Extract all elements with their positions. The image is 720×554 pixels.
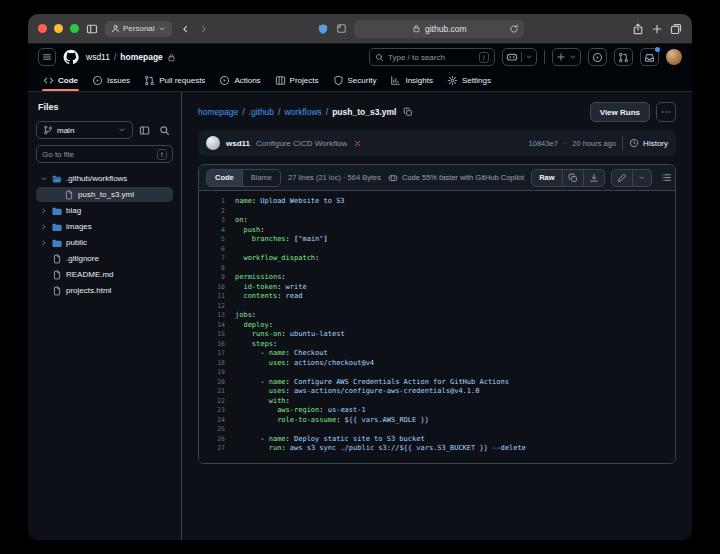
share-icon[interactable] <box>632 23 644 35</box>
line-number[interactable]: 5 <box>199 235 235 245</box>
zoom-window-button[interactable] <box>70 24 79 33</box>
tree-item-public[interactable]: public <box>36 235 173 250</box>
commit-hash[interactable]: 10843e7 <box>529 139 558 148</box>
chevron-right-icon[interactable] <box>40 207 48 215</box>
commit-author[interactable]: wsd11 <box>226 139 250 148</box>
create-new-button[interactable] <box>552 48 581 66</box>
tree-item-images[interactable]: images <box>36 219 173 234</box>
line-number[interactable]: 10 <box>199 283 235 293</box>
line-number[interactable]: 22 <box>199 397 235 407</box>
line-number[interactable]: 16 <box>199 340 235 350</box>
forward-button[interactable] <box>198 23 210 35</box>
edit-file-button[interactable] <box>611 169 633 187</box>
commit-message[interactable]: Configure CICD Workflow <box>256 139 347 148</box>
chevron-right-icon[interactable] <box>40 223 48 231</box>
copilot-menu-button[interactable] <box>502 48 537 66</box>
breadcrumb-link[interactable]: homepage <box>198 107 238 117</box>
collapse-file-tree-button[interactable] <box>136 122 153 139</box>
line-number[interactable]: 26 <box>199 435 235 445</box>
view-runs-button[interactable]: View Runs <box>590 102 650 122</box>
profile-switcher[interactable]: Personal <box>105 21 172 37</box>
search-this-repo-button[interactable] <box>156 122 173 139</box>
line-number[interactable]: 12 <box>199 302 235 312</box>
tree-item-readme-md[interactable]: README.md <box>36 267 173 282</box>
raw-button[interactable]: Raw <box>531 169 562 187</box>
line-number[interactable]: 2 <box>199 207 235 217</box>
user-avatar[interactable] <box>666 49 682 65</box>
symbols-panel-button[interactable] <box>658 169 675 187</box>
tab-security[interactable]: Security <box>326 70 384 91</box>
line-number[interactable]: 6 <box>199 245 235 255</box>
tab-label: Code <box>58 76 78 85</box>
code-tab[interactable]: Code <box>207 170 242 186</box>
tab-settings[interactable]: Settings <box>440 70 498 91</box>
blame-tab[interactable]: Blame <box>242 170 280 186</box>
code-text: - name: Deploy static site to S3 bucket <box>235 435 425 445</box>
breadcrumb-link[interactable]: workflows <box>284 107 321 117</box>
line-number[interactable]: 25 <box>199 425 235 435</box>
tree-item-projects-html[interactable]: projects.html <box>36 283 173 298</box>
tab-pull-requests[interactable]: Pull requests <box>137 70 212 91</box>
tree-item--github-workflows[interactable]: .github/workflows <box>36 171 173 186</box>
line-number[interactable]: 24 <box>199 416 235 426</box>
more-options-button[interactable] <box>656 102 676 122</box>
tab-projects[interactable]: Projects <box>268 70 326 91</box>
line-number[interactable]: 13 <box>199 311 235 321</box>
address-bar[interactable]: github.com <box>354 20 524 38</box>
tab-issues[interactable]: Issues <box>85 70 137 91</box>
line-number[interactable]: 17 <box>199 349 235 359</box>
github-logo-icon[interactable] <box>63 49 79 65</box>
tree-item-blag[interactable]: blag <box>36 203 173 218</box>
tab-code[interactable]: Code <box>36 70 85 91</box>
line-number[interactable]: 3 <box>199 216 235 226</box>
line-number[interactable]: 9 <box>199 273 235 283</box>
copy-raw-button[interactable] <box>563 169 584 187</box>
line-number[interactable]: 23 <box>199 406 235 416</box>
line-number[interactable]: 11 <box>199 292 235 302</box>
tab-actions[interactable]: Actions <box>212 70 267 91</box>
branch-selector[interactable]: main <box>36 121 133 139</box>
tree-item--gitignore[interactable]: .gitignore <box>36 251 173 266</box>
line-number[interactable]: 20 <box>199 378 235 388</box>
new-tab-icon[interactable] <box>651 23 663 35</box>
pull-requests-dashboard-button[interactable] <box>614 48 633 66</box>
back-button[interactable] <box>179 23 191 35</box>
copy-path-icon[interactable] <box>403 107 413 117</box>
history-button[interactable]: History <box>629 138 668 148</box>
line-number[interactable]: 15 <box>199 330 235 340</box>
line-number[interactable]: 1 <box>199 197 235 207</box>
browser-sidebar-icon[interactable] <box>86 23 98 35</box>
line-number[interactable]: 18 <box>199 359 235 369</box>
commit-author-avatar[interactable] <box>206 136 220 150</box>
global-nav-menu-button[interactable] <box>38 48 56 66</box>
line-number[interactable]: 19 <box>199 368 235 378</box>
failed-check-x-icon[interactable] <box>353 139 362 148</box>
breadcrumb-owner[interactable]: wsd11 <box>86 52 110 62</box>
minimize-window-button[interactable] <box>54 24 63 33</box>
privacy-shield-icon[interactable] <box>317 23 329 35</box>
copilot-banner[interactable]: Code 55% faster with GitHub Copilot <box>388 173 524 183</box>
line-number[interactable]: 8 <box>199 264 235 274</box>
edit-options-button[interactable] <box>633 169 652 187</box>
chevron-down-icon[interactable] <box>40 175 48 183</box>
extension-icon[interactable] <box>336 23 347 34</box>
line-number[interactable]: 7 <box>199 254 235 264</box>
tab-insights[interactable]: Insights <box>383 70 440 91</box>
code-line: 10 id-token: write <box>199 283 675 293</box>
line-number[interactable]: 4 <box>199 226 235 236</box>
close-window-button[interactable] <box>38 24 47 33</box>
search-input[interactable]: Type / to search / <box>369 48 495 66</box>
refresh-icon[interactable] <box>509 24 519 34</box>
go-to-file-input[interactable]: Go to file t <box>36 145 173 163</box>
chevron-right-icon[interactable] <box>40 239 48 247</box>
tab-overview-icon[interactable] <box>670 23 682 35</box>
tree-item-push-to-s3-yml[interactable]: push_to_s3.yml <box>36 187 173 202</box>
breadcrumb-repo[interactable]: homepage <box>120 52 163 62</box>
line-number[interactable]: 21 <box>199 387 235 397</box>
notifications-inbox-button[interactable] <box>640 48 659 66</box>
download-button[interactable] <box>584 169 605 187</box>
issues-dashboard-button[interactable] <box>588 48 607 66</box>
line-number[interactable]: 14 <box>199 321 235 331</box>
breadcrumb-link[interactable]: .github <box>249 107 275 117</box>
line-number[interactable]: 27 <box>199 444 235 454</box>
